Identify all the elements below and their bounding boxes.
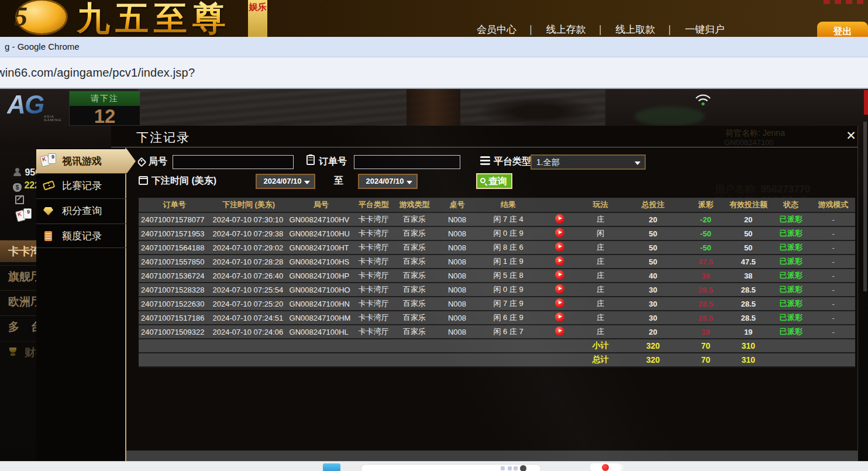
ag-logo-letter-g: G — [25, 90, 44, 119]
popup-window-title: g - Google Chrome — [5, 42, 80, 51]
person-icon — [13, 168, 22, 177]
play-result-button[interactable] — [555, 298, 564, 308]
cell-order: 240710071578077 — [139, 212, 211, 226]
cell-game-mode: - — [811, 283, 855, 297]
cell-result: 闲 7 庄 9 — [477, 297, 539, 311]
cell-payout: 28.5 — [686, 311, 726, 325]
taskbar-app-icon[interactable] — [323, 463, 340, 471]
cell-game-type: 百家乐 — [392, 297, 437, 311]
col-platform: 平台类型 — [355, 198, 392, 212]
play-result-button[interactable] — [555, 256, 564, 266]
nav-one-key-transfer[interactable]: 一键归户 — [680, 23, 730, 36]
total-label: 总计 — [580, 353, 621, 367]
cell-result: 闲 6 庄 9 — [477, 311, 539, 325]
popup-url[interactable]: win66.com/agingame/pcv1/index.jsp? — [0, 66, 195, 80]
clipped-red-text-fragment — [824, 0, 868, 4]
horizontal-scrollbar[interactable] — [126, 451, 858, 461]
cell-result: 闲 6 庄 7 — [477, 325, 539, 339]
cell-game-type: 百家乐 — [392, 325, 437, 339]
col-order: 订单号 — [139, 198, 211, 212]
col-result: 结果 — [477, 198, 539, 212]
taskbar-search-pill[interactable] — [361, 464, 541, 471]
cell-table-no: N008 — [437, 269, 478, 283]
nav-withdraw[interactable]: 线上取款 — [610, 23, 680, 36]
cell-payout: 38 — [686, 269, 726, 283]
cell-platform: 卡卡湾厅 — [355, 226, 392, 240]
order-number-input[interactable] — [354, 155, 460, 169]
cell-game-mode: - — [811, 311, 855, 325]
play-result-button[interactable] — [555, 242, 564, 252]
dialog-side-menu: K9 视讯游戏 比赛记录 积分查询 额度记录 — [36, 148, 126, 461]
menu-item-credit-records[interactable]: 额度记录 — [36, 224, 126, 248]
cell-total-bet: 20 — [621, 212, 685, 226]
cell-round: GN008247100HT — [287, 240, 355, 255]
cell-bet-on: 庄 — [580, 325, 621, 339]
cell-payout: 19 — [686, 325, 726, 339]
cell-table-no: N008 — [437, 311, 478, 325]
nav-member-center[interactable]: 会员中心 — [471, 23, 541, 36]
play-result-button[interactable] — [555, 228, 564, 238]
round-number-input[interactable] — [173, 155, 294, 169]
edit-icon[interactable] — [15, 195, 24, 207]
cell-replay — [539, 325, 580, 339]
cell-result: 闲 7 庄 4 — [477, 212, 539, 226]
cell-time: 2024-07-10 07:30:10 — [211, 212, 287, 226]
play-result-button[interactable] — [555, 326, 564, 336]
menu-item-match-records[interactable]: 比赛记录 — [36, 173, 126, 198]
col-valid-bet: 有效投注额 — [726, 198, 770, 212]
col-bet-on: 玩法 — [580, 198, 621, 212]
cell-order: 240710071571953 — [139, 226, 211, 240]
dialog-titlebar: 下注记录 荷官名称: Jenna GN008247100 ✕ — [111, 126, 857, 147]
table-row: 240710071517186 2024-07-10 07:24:51 GN00… — [139, 311, 855, 325]
cell-game-type: 百家乐 — [392, 269, 437, 283]
col-replay — [539, 198, 580, 212]
right-edge-gray-strip — [863, 122, 867, 291]
cell-valid-bet: 20 — [726, 212, 770, 226]
platform-type-label: 平台类型 — [494, 156, 531, 168]
site-logo-text: 九五至尊 — [77, 0, 231, 37]
tag-icon — [137, 157, 147, 167]
cell-total-bet: 30 — [621, 283, 685, 297]
cell-status: 已派彩 — [770, 283, 811, 297]
col-game-mode: 游戏模式 — [811, 198, 855, 212]
date-from-select[interactable]: 2024/07/10 — [256, 174, 315, 189]
cell-valid-bet: 28.5 — [726, 297, 770, 311]
video-game-cards-icon: K9 — [16, 208, 34, 224]
date-to-select[interactable]: 2024/07/10 — [358, 174, 418, 189]
taskbar-record-button[interactable] — [590, 463, 621, 471]
cell-game-type: 百家乐 — [392, 212, 437, 226]
subtotal-valid-bet: 310 — [726, 339, 770, 353]
cell-valid-bet: 47.5 — [726, 255, 770, 269]
platform-type-select[interactable]: 1.全部 — [531, 154, 646, 170]
ag-logo-letter-a: A — [7, 90, 26, 119]
cell-total-bet: 30 — [621, 297, 685, 311]
menu-item-video-games[interactable]: K9 视讯游戏 — [36, 149, 136, 173]
play-result-button[interactable] — [555, 214, 564, 224]
cell-result: 闲 1 庄 9 — [477, 255, 539, 269]
bet-time-label: 下注时间 (美东) — [151, 175, 216, 187]
nav-deposit[interactable]: 线上存款 — [541, 23, 611, 36]
close-icon[interactable]: ✕ — [844, 129, 858, 143]
menu-item-points-query[interactable]: 积分查询 — [36, 198, 126, 223]
cell-game-type: 百家乐 — [392, 226, 437, 240]
cell-status: 已派彩 — [770, 226, 811, 240]
col-payout: 派彩 — [686, 198, 726, 212]
cell-result: 闲 0 庄 9 — [477, 226, 539, 240]
play-result-button[interactable] — [555, 312, 564, 322]
col-table-no: 桌号 — [437, 198, 478, 212]
play-result-button[interactable] — [555, 284, 564, 294]
dim-round-bg: GN008247100 — [724, 138, 774, 147]
popup-address-bar[interactable]: win66.com/agingame/pcv1/index.jsp? — [0, 57, 868, 89]
cell-total-bet: 40 — [621, 269, 685, 283]
cell-bet-on: 庄 — [580, 212, 621, 226]
total-total-bet: 320 — [621, 353, 685, 367]
play-result-button[interactable] — [555, 270, 564, 280]
col-total-bet: 总投注 — [621, 198, 685, 212]
cell-status: 已派彩 — [770, 240, 811, 255]
cell-order: 240710071522630 — [139, 297, 211, 311]
query-button[interactable]: 查询 — [476, 173, 512, 189]
cell-game-mode: - — [811, 255, 855, 269]
chevron-down-icon — [407, 181, 412, 184]
cell-order: 240710071517186 — [139, 311, 211, 325]
logout-button[interactable]: 登出 — [817, 22, 868, 37]
